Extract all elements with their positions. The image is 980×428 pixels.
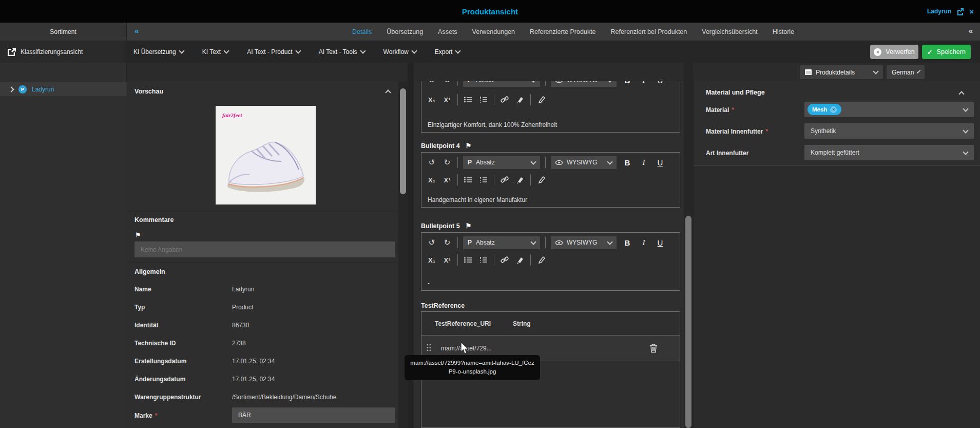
chevron-down-icon (607, 159, 612, 164)
bullet-list-icon[interactable] (463, 97, 473, 103)
menu-export[interactable]: Export (435, 48, 460, 55)
tab-assets[interactable]: Assets (438, 28, 457, 35)
numbered-list-icon[interactable] (478, 257, 489, 263)
editor-mode-select[interactable]: WYSIWYG (551, 236, 617, 249)
link-icon[interactable] (499, 256, 510, 264)
editor-text[interactable]: Einzigartiger Komfort, dank 100% Zehenfr… (428, 121, 557, 128)
paragraph-style-select[interactable]: P Absatz (463, 156, 540, 169)
editor-text[interactable]: Handgemacht in eigener Manufaktur (428, 196, 527, 203)
field-value: 86730 (232, 322, 249, 329)
flag-icon[interactable]: ⚑ (466, 222, 472, 230)
pencil-icon[interactable] (536, 256, 546, 264)
chevron-down-icon (360, 48, 366, 53)
subscript-icon[interactable]: X₁ (427, 256, 437, 264)
tab-verwendungen[interactable]: Verwendungen (472, 28, 515, 35)
editors-column-scrollbar[interactable] (684, 63, 693, 428)
undo-icon[interactable]: ↺ (427, 81, 437, 85)
classification-view-button[interactable]: Klassifizierungsansicht (0, 41, 126, 63)
discard-button[interactable]: × Verwerfen (870, 45, 918, 59)
redo-icon[interactable]: ↻ (442, 81, 452, 85)
save-button[interactable]: ✓ Speichern (922, 45, 971, 59)
subscript-icon[interactable]: X₁ (427, 176, 437, 184)
underline-button[interactable]: U (655, 81, 666, 85)
tree-item-ladyrun[interactable]: P Ladyrun (0, 82, 126, 96)
superscript-icon[interactable]: X¹ (442, 176, 452, 184)
italic-button[interactable]: I (638, 158, 649, 167)
material-label: Material* (706, 106, 734, 114)
paragraph-style-select[interactable]: P Absatz (463, 236, 540, 249)
link-icon[interactable] (499, 176, 510, 183)
undo-icon[interactable]: ↺ (427, 238, 437, 247)
column-header-uri[interactable]: TestReference_URI (435, 320, 491, 327)
tab-vergleichsuebersicht[interactable]: Vergleichsübersicht (702, 28, 757, 35)
bullet-list-icon[interactable] (463, 257, 473, 263)
italic-button[interactable]: I (638, 81, 649, 85)
collapse-sidebar-icon[interactable]: « (134, 26, 139, 35)
material-chip[interactable]: Mesh × (808, 104, 841, 115)
redo-icon[interactable]: ↻ (442, 238, 452, 247)
column-header-string[interactable]: String (513, 320, 531, 327)
tab-details[interactable]: Details (352, 28, 372, 35)
collapse-preview-icon[interactable] (385, 89, 391, 95)
brand-input[interactable] (237, 411, 390, 419)
menu-ki-text[interactable]: KI Text (202, 48, 228, 55)
tab-referenzierte-produkte[interactable]: Referenzierte Produkte (530, 28, 596, 35)
editors-scrollbar-thumb[interactable] (685, 216, 691, 428)
trash-icon[interactable] (649, 343, 658, 353)
comments-input[interactable] (140, 246, 390, 254)
open-external-icon[interactable] (956, 8, 964, 15)
flag-icon[interactable]: ⚑ (466, 142, 472, 150)
link-icon[interactable] (499, 96, 510, 103)
tab-referenziert-bei-produkten[interactable]: Referenziert bei Produkten (611, 28, 687, 35)
chip-remove-icon[interactable]: × (830, 106, 837, 113)
drag-handle-icon[interactable] (427, 344, 431, 351)
collapse-right-panel-icon[interactable]: « (969, 26, 973, 35)
language-select[interactable]: German (887, 65, 925, 79)
chevron-down-icon (411, 48, 417, 53)
collapse-material-icon[interactable] (958, 91, 964, 97)
bold-button[interactable]: B (622, 158, 633, 167)
tab-strip: Details Übersetzung Assets Verwendungen … (352, 23, 794, 41)
chevron-down-icon (607, 81, 612, 82)
numbered-list-icon[interactable] (478, 177, 489, 183)
bold-button[interactable]: B (622, 81, 633, 85)
tab-historie[interactable]: Historie (773, 28, 794, 35)
highlighter-icon[interactable] (515, 256, 525, 264)
menu-ki-uebersetzung[interactable]: KI Übersetzung (133, 48, 184, 55)
rich-text-editor-cropped: ↺ ↻ P Absatz WYSIWYG B I U X₁ X¹ (421, 81, 680, 133)
pencil-icon[interactable] (536, 176, 546, 183)
art-innenfutter-select[interactable]: Komplett gefüttert (804, 145, 974, 160)
italic-button[interactable]: I (638, 238, 649, 247)
view-bar: Produktdetails German (126, 63, 980, 82)
view-select[interactable]: Produktdetails (800, 65, 883, 79)
highlighter-icon[interactable] (515, 96, 525, 103)
editor-mode-select[interactable]: WYSIWYG (551, 156, 617, 169)
flag-icon[interactable]: ⚑ (135, 231, 141, 239)
underline-button[interactable]: U (655, 158, 666, 167)
underline-button[interactable]: U (655, 238, 666, 247)
material-select[interactable]: Mesh × (804, 102, 974, 117)
menu-workflow[interactable]: Workflow (383, 48, 416, 55)
paragraph-style-select[interactable]: P Absatz (463, 81, 540, 87)
editor-mode-select[interactable]: WYSIWYG (551, 81, 617, 87)
bold-button[interactable]: B (622, 238, 633, 247)
material-innenfutter-select[interactable]: Synthetik (804, 123, 974, 139)
tree-expand-icon[interactable] (8, 86, 14, 92)
subscript-icon[interactable]: X₁ (427, 96, 437, 104)
left-scrollbar-thumb[interactable] (400, 88, 406, 194)
superscript-icon[interactable]: X¹ (442, 256, 452, 264)
undo-icon[interactable]: ↺ (427, 158, 437, 167)
pencil-icon[interactable] (536, 96, 546, 103)
highlighter-icon[interactable] (515, 176, 525, 183)
redo-icon[interactable]: ↻ (442, 158, 452, 167)
close-icon[interactable]: × (969, 7, 974, 16)
superscript-icon[interactable]: X¹ (442, 96, 452, 104)
tab-uebersetzung[interactable]: Übersetzung (387, 28, 423, 35)
chevron-down-icon (455, 48, 461, 53)
menu-ai-text-tools[interactable]: AI Text - Tools (319, 48, 365, 55)
bullet-list-icon[interactable] (463, 177, 473, 183)
window-icon (805, 69, 812, 75)
numbered-list-icon[interactable] (478, 97, 489, 103)
editor-text[interactable]: - (428, 280, 430, 287)
menu-ai-text-product[interactable]: AI Text - Product (247, 48, 300, 55)
